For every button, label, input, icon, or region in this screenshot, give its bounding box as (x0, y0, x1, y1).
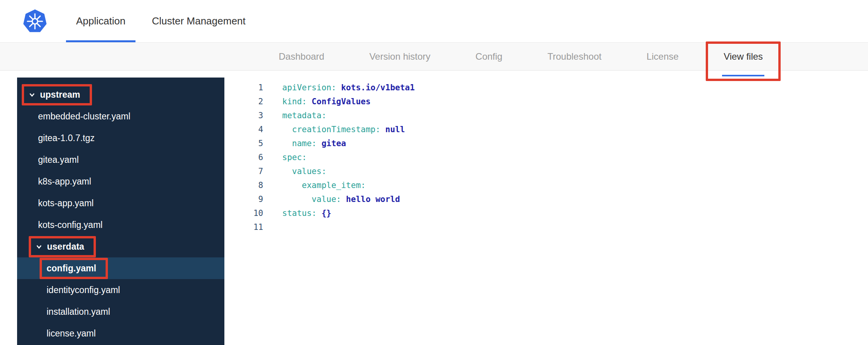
code-token (282, 167, 292, 176)
tree-item-label: embedded-cluster.yaml (38, 111, 130, 122)
code-token: example_item: (302, 181, 366, 190)
tree-item-label: config.yaml (47, 263, 96, 274)
subnav-tab-troubleshoot[interactable]: Troubleshoot (547, 43, 601, 70)
code-token: {} (317, 209, 332, 218)
code-line-text: metadata: (263, 109, 326, 122)
code-token (282, 125, 292, 134)
code-token: name: (292, 139, 316, 148)
chevron-down-icon (36, 243, 42, 250)
code-token: kots.io/v1beta1 (336, 83, 415, 92)
tree-item-gitea-1-0-7-tgz[interactable]: gitea-1.0.7.tgz (17, 127, 224, 149)
tree-item-label: installation.yaml (47, 307, 110, 317)
tree-item-inner: gitea.yaml (38, 155, 79, 165)
code-token: apiVersion: (282, 83, 336, 92)
kubernetes-logo-icon (23, 9, 47, 34)
tree-item-identityconfig-yaml[interactable]: identityconfig.yaml (17, 279, 224, 301)
line-number: 2 (224, 95, 263, 109)
tree-item-installation-yaml[interactable]: installation.yaml (17, 301, 224, 323)
subnav-tab-label: License (646, 51, 679, 62)
subnav-tab-version-history[interactable]: Version history (369, 43, 430, 70)
code-token (282, 181, 302, 190)
code-token (282, 195, 312, 204)
tree-item-label: upstream (40, 90, 80, 100)
tree-item-upstream[interactable]: upstream (17, 84, 224, 105)
code-line: 11 (224, 220, 868, 234)
active-subnav-underline (722, 75, 764, 76)
tree-item-label: gitea-1.0.7.tgz (38, 133, 95, 143)
tree-item-inner: userdata (36, 242, 84, 252)
tree-item-inner: installation.yaml (47, 307, 110, 317)
code-token: creationTimestamp: (292, 125, 380, 134)
code-token: kind: (282, 97, 307, 106)
subnav-tab-view-files[interactable]: View files (724, 43, 763, 70)
line-number: 5 (224, 136, 263, 150)
tree-item-inner: config.yaml (47, 263, 96, 274)
tree-item-kots-app-yaml[interactable]: kots-app.yaml (17, 192, 224, 214)
tree-item-label: kots-app.yaml (38, 198, 94, 209)
code-token: gitea (317, 139, 346, 148)
code-token: null (380, 125, 405, 134)
subnav-tab-dashboard[interactable]: Dashboard (279, 43, 324, 70)
code-token: metadata: (282, 111, 326, 120)
subnav-tab-label: Troubleshoot (547, 51, 601, 62)
content-area: upstreamembedded-cluster.yamlgitea-1.0.7… (17, 78, 868, 345)
tree-item-inner: gitea-1.0.7.tgz (38, 133, 95, 143)
code-line-text: kind: ConfigValues (263, 95, 371, 109)
tree-item-inner: kots-app.yaml (38, 198, 94, 209)
code-token: hello world (341, 195, 400, 204)
code-line: 6spec: (224, 150, 868, 164)
line-number: 7 (224, 164, 263, 178)
tree-item-gitea-yaml[interactable]: gitea.yaml (17, 149, 224, 171)
subnav-tab-license[interactable]: License (646, 43, 679, 70)
tree-item-config-yaml[interactable]: config.yaml (17, 257, 224, 279)
code-token: spec: (282, 153, 307, 162)
top-tab-label: Application (76, 15, 125, 27)
tree-item-inner: identityconfig.yaml (47, 285, 120, 295)
tree-item-inner: embedded-cluster.yaml (38, 111, 130, 122)
subnav-tab-config[interactable]: Config (476, 43, 502, 70)
line-number: 10 (224, 206, 263, 220)
code-line-text: status: {} (263, 206, 331, 220)
line-number: 6 (224, 150, 263, 164)
tree-item-license-yaml[interactable]: license.yaml (17, 323, 224, 344)
tree-item-inner: k8s-app.yaml (38, 176, 91, 187)
tree-item-inner: upstream (29, 90, 80, 100)
line-number: 1 (224, 81, 263, 95)
tree-item-inner: license.yaml (47, 328, 96, 339)
active-tab-underline (66, 40, 135, 42)
code-line-text: values: (263, 164, 326, 178)
code-line-text: apiVersion: kots.io/v1beta1 (263, 81, 415, 95)
subnav-tab-label: Dashboard (279, 51, 324, 62)
tree-item-inner: kots-config.yaml (38, 220, 102, 230)
code-line-text: creationTimestamp: null (263, 122, 405, 136)
top-tab-cluster-management[interactable]: Cluster Management (139, 0, 259, 42)
top-tab-application[interactable]: Application (63, 0, 139, 42)
code-line: 10status: {} (224, 206, 868, 220)
code-line-text (263, 220, 282, 234)
code-line: 1apiVersion: kots.io/v1beta1 (224, 81, 868, 95)
code-token: status: (282, 209, 317, 218)
code-line: 7 values: (224, 164, 868, 178)
chevron-down-icon (29, 91, 35, 98)
app-subnav: DashboardVersion historyConfigTroublesho… (0, 43, 868, 71)
code-editor: 1apiVersion: kots.io/v1beta12kind: Confi… (224, 78, 868, 345)
line-number: 8 (224, 178, 263, 192)
tree-item-embedded-cluster-yaml[interactable]: embedded-cluster.yaml (17, 105, 224, 127)
code-token: ConfigValues (307, 97, 370, 106)
subnav-tab-label: View files (724, 51, 763, 62)
top-bar: ApplicationCluster Management (0, 0, 868, 43)
code-token (282, 139, 292, 148)
code-line: 5 name: gitea (224, 136, 868, 150)
code-line-text: example_item: (263, 178, 366, 192)
tree-item-k8s-app-yaml[interactable]: k8s-app.yaml (17, 171, 224, 192)
code-line-text: spec: (263, 150, 307, 164)
code-line: 2kind: ConfigValues (224, 95, 868, 109)
tree-item-label: gitea.yaml (38, 155, 79, 165)
code-line-text: name: gitea (263, 136, 346, 150)
line-number: 11 (224, 220, 263, 234)
tree-item-kots-config-yaml[interactable]: kots-config.yaml (17, 214, 224, 236)
line-number: 4 (224, 122, 263, 136)
subnav-tab-label: Version history (369, 51, 430, 62)
line-number: 3 (224, 109, 263, 122)
tree-item-userdata[interactable]: userdata (17, 236, 224, 257)
